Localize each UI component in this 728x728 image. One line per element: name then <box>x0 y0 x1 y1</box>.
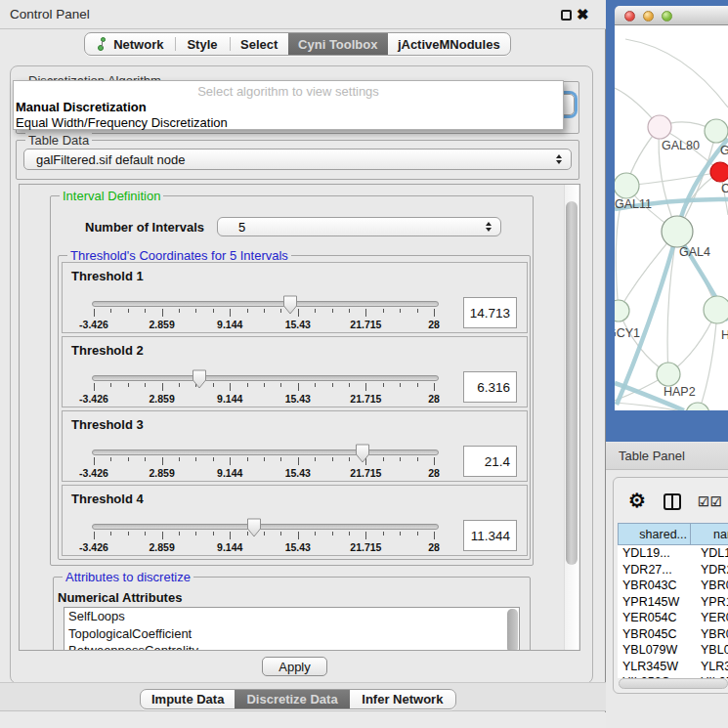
table-row[interactable]: YLR345WYLR34 <box>618 659 728 675</box>
cell-name: YER05 <box>701 611 728 624</box>
tab-impute-data[interactable]: Impute Data <box>141 690 235 708</box>
gear-icon[interactable]: ⚙ <box>628 491 646 510</box>
table-row[interactable]: YBL079WYBL07 <box>618 642 728 659</box>
slider-track[interactable] <box>92 450 439 455</box>
threshold-label: Threshold 1 <box>71 269 144 283</box>
dropdown-item-manual[interactable]: Manual Discretization <box>16 100 147 114</box>
tab-label: Impute Data <box>151 692 224 707</box>
threshold-coordinates-title: Threshold's Coordinates for 5 Intervals <box>67 248 291 263</box>
cell-shared-name: YER054C <box>622 611 677 624</box>
slider-track[interactable] <box>92 301 439 307</box>
tick-label: 21.715 <box>350 393 381 405</box>
interval-definition-group: Interval Definition Number of Intervals … <box>50 195 534 566</box>
slider-track[interactable] <box>92 524 439 530</box>
network-node[interactable] <box>657 363 680 386</box>
numerical-attributes-list[interactable]: SelfLoopsTopologicalCoefficientBetweenne… <box>64 607 520 651</box>
threshold-value-box[interactable]: 14.713 <box>463 297 517 328</box>
slider-thumb[interactable] <box>246 518 262 537</box>
close-icon[interactable]: ✖ <box>577 6 589 23</box>
checkbox-icons[interactable]: ☑☑ <box>698 494 722 509</box>
slider-thumb[interactable] <box>192 369 207 389</box>
table-horizontal-scrollbar[interactable] <box>619 678 728 689</box>
slider-thumb[interactable] <box>355 444 370 463</box>
tick-label: 9.144 <box>217 393 242 405</box>
window-bottom-margin <box>0 712 606 728</box>
node-label: GCY1 <box>615 326 640 340</box>
number-of-intervals-label: Number of Intervals <box>85 220 204 235</box>
network-node[interactable] <box>710 162 728 182</box>
numerical-attributes-label: Numerical Attributes <box>58 590 182 605</box>
tick-label: 2.859 <box>149 541 174 553</box>
network-node[interactable] <box>686 403 709 410</box>
cell-name: YDL19 <box>701 546 728 560</box>
threshold-value-box[interactable]: 21.4 <box>463 446 517 477</box>
slider-thumb[interactable] <box>282 295 298 315</box>
control-panel-window: Control Panel ✖ NetworkStyleSelectCyni T… <box>0 0 606 728</box>
network-edge <box>615 403 698 410</box>
table-panel: ⚙ ☑☑ shared... name YDL19...YDL19YDR27..… <box>613 477 728 694</box>
table-row[interactable]: YDR27...YDR27 <box>618 562 728 578</box>
close-traffic-light[interactable] <box>624 11 635 21</box>
table-row[interactable]: YBR043CYBR04 <box>618 578 728 594</box>
node-label: H <box>721 328 728 342</box>
float-icon[interactable] <box>561 10 572 21</box>
bottom-tab-bar: Impute DataDiscretize DataInfer Network <box>140 689 456 709</box>
tab-network[interactable]: Network <box>85 33 175 55</box>
network-node[interactable] <box>705 119 728 143</box>
threshold-value-box[interactable]: 11.344 <box>463 520 517 551</box>
slider-track[interactable] <box>92 375 439 381</box>
tick-label: 2.859 <box>149 393 174 405</box>
tab-style[interactable]: Style <box>175 33 231 55</box>
attributes-title: Attributes to discretize <box>63 570 193 584</box>
cell-shared-name: YBR043C <box>622 578 677 592</box>
table-data-combobox[interactable]: galFiltered.sif default node <box>23 149 572 170</box>
zoom-traffic-light[interactable] <box>662 11 672 21</box>
tab-jactivemnodules[interactable]: jActiveMNodules <box>388 33 510 55</box>
attributes-list-scrollbar[interactable] <box>507 609 518 651</box>
node-label: GAL80 <box>662 139 700 152</box>
tab-discretize-data[interactable]: Discretize Data <box>235 690 349 708</box>
attribute-list-item[interactable]: SelfLoops <box>64 608 519 625</box>
split-panes-icon[interactable] <box>664 493 681 510</box>
network-node[interactable] <box>615 300 629 321</box>
network-node[interactable] <box>662 216 693 247</box>
network-node[interactable] <box>615 173 639 198</box>
threshold-value-box[interactable]: 6.316 <box>463 371 517 403</box>
tab-label: Cyni Toolbox <box>298 37 377 52</box>
settings-scrollbar-thumb[interactable] <box>566 201 578 565</box>
tab-infer-network[interactable]: Infer Network <box>350 690 455 708</box>
column-header-name[interactable]: name <box>690 523 728 545</box>
settings-scrollbar-track[interactable] <box>564 185 578 650</box>
table-row[interactable]: YDL19...YDL19 <box>618 545 728 562</box>
network-edge <box>625 39 728 107</box>
tick-label: 2.859 <box>149 319 174 330</box>
table-row[interactable]: YBR045CYBR04 <box>618 626 728 643</box>
tab-label: Discretize Data <box>246 692 337 707</box>
window-title: Control Panel <box>10 7 90 21</box>
network-node[interactable] <box>648 115 671 139</box>
minimize-traffic-light[interactable] <box>643 11 654 21</box>
column-header-shared[interactable]: shared... <box>618 523 691 545</box>
attribute-list-item[interactable]: BetweennessCentrality <box>64 642 519 651</box>
interval-definition-title: Interval Definition <box>60 189 163 203</box>
tick-label: -3.426 <box>79 541 108 553</box>
dropdown-prompt: Select algorithm to view settings <box>14 84 563 99</box>
attribute-list-item[interactable]: TopologicalCoefficient <box>64 625 519 643</box>
tab-label: Network <box>113 37 163 52</box>
tab-select[interactable]: Select <box>230 33 288 55</box>
dropdown-item-equal[interactable]: Equal Width/Frequency Discretization <box>16 115 228 130</box>
node-label: GA <box>720 144 728 157</box>
tab-cyni-toolbox[interactable]: Cyni Toolbox <box>288 33 388 55</box>
network-canvas[interactable]: GAL80GACGAL11GAL4GCY1HHAP2 <box>615 25 728 410</box>
node-table: shared... name YDL19...YDL19YDR27...YDR2… <box>618 523 728 678</box>
network-node[interactable] <box>704 296 728 323</box>
tick-label: 28 <box>428 393 440 405</box>
tick-label: 21.715 <box>350 541 381 553</box>
table-row[interactable]: YPR145WYPR14 <box>618 594 728 611</box>
apply-button[interactable]: Apply <box>262 657 327 676</box>
number-of-intervals-spinner[interactable]: 5 <box>217 217 501 236</box>
cell-name: YBL07 <box>701 643 728 657</box>
tick-label: 9.144 <box>217 541 242 553</box>
cell-name: YBR04 <box>701 578 728 592</box>
table-row[interactable]: YER054CYER05 <box>618 610 728 626</box>
